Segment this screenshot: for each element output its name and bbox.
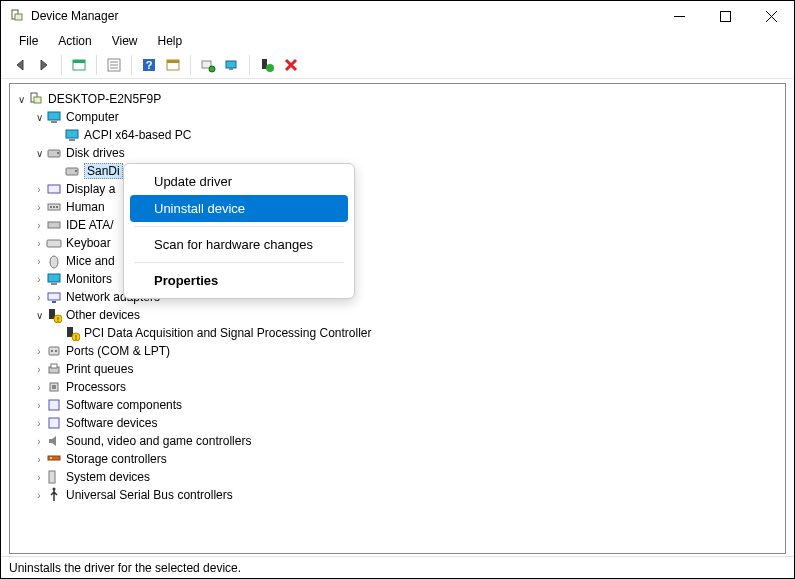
category-sound[interactable]: › Sound, video and game controllers (10, 432, 785, 450)
category-other-devices[interactable]: ∨ ! Other devices (10, 306, 785, 324)
category-print-queues[interactable]: › Print queues (10, 360, 785, 378)
status-bar: Uninstalls the driver for the selected d… (1, 556, 794, 578)
svg-rect-38 (56, 206, 58, 208)
category-label: Processors (66, 380, 126, 394)
toolbar-show-hidden-button[interactable] (68, 54, 90, 76)
category-label: Ports (COM & LPT) (66, 344, 170, 358)
toolbar-help-button[interactable]: ? (138, 54, 160, 76)
svg-rect-25 (34, 97, 41, 103)
close-button[interactable] (748, 1, 794, 31)
category-software-devices[interactable]: › Software devices (10, 414, 785, 432)
device-pci-controller[interactable]: ! PCI Data Acquisition and Signal Proces… (10, 324, 785, 342)
toolbar-update-button[interactable] (221, 54, 243, 76)
category-label: Storage controllers (66, 452, 167, 466)
expand-icon[interactable]: › (32, 472, 46, 483)
category-label: Other devices (66, 308, 140, 322)
category-storage[interactable]: › Storage controllers (10, 450, 785, 468)
svg-point-41 (50, 256, 58, 268)
collapse-icon[interactable]: ∨ (32, 112, 46, 123)
menu-uninstall-device[interactable]: Uninstall device (130, 195, 348, 222)
category-label: Universal Serial Bus controllers (66, 488, 233, 502)
svg-rect-60 (49, 418, 59, 428)
expand-icon[interactable]: › (32, 400, 46, 411)
warning-icon: ! (64, 325, 80, 341)
expand-icon[interactable]: › (32, 202, 46, 213)
monitor-icon (46, 109, 62, 125)
expand-icon[interactable]: › (32, 364, 46, 375)
category-ports[interactable]: › Ports (COM & LPT) (10, 342, 785, 360)
collapse-icon[interactable]: ∨ (32, 148, 46, 159)
expand-icon[interactable]: › (32, 292, 46, 303)
expand-icon[interactable]: › (32, 418, 46, 429)
svg-rect-63 (49, 471, 55, 483)
svg-rect-39 (48, 222, 60, 228)
svg-rect-27 (51, 121, 57, 123)
expand-icon[interactable]: › (32, 346, 46, 357)
computer-name-label: DESKTOP-E2N5F9P (48, 92, 161, 106)
collapse-icon[interactable]: ∨ (14, 94, 28, 105)
expand-icon[interactable]: › (32, 238, 46, 249)
category-label: Human (66, 200, 105, 214)
svg-rect-34 (48, 185, 60, 193)
svg-point-33 (75, 170, 77, 172)
menu-item-label: Uninstall device (154, 201, 245, 216)
menubar: File Action View Help (1, 31, 794, 51)
monitor-icon (46, 271, 62, 287)
category-label: Keyboar (66, 236, 111, 250)
device-tree[interactable]: ∨ DESKTOP-E2N5F9P ∨ Computer ACPI x64-ba… (9, 83, 786, 554)
category-disk-drives[interactable]: ∨ Disk drives (10, 144, 785, 162)
usb-icon (46, 487, 62, 503)
separator (61, 55, 62, 75)
forward-button[interactable] (33, 54, 55, 76)
toolbar-uninstall-button[interactable] (280, 54, 302, 76)
menu-properties[interactable]: Properties (130, 267, 348, 294)
maximize-button[interactable] (702, 1, 748, 31)
menu-action[interactable]: Action (50, 32, 99, 50)
back-button[interactable] (9, 54, 31, 76)
category-usb[interactable]: › Universal Serial Bus controllers (10, 486, 785, 504)
category-software-components[interactable]: › Software components (10, 396, 785, 414)
expand-icon[interactable]: › (32, 220, 46, 231)
svg-rect-58 (52, 385, 56, 389)
toolbar-enable-button[interactable] (256, 54, 278, 76)
category-system[interactable]: › System devices (10, 468, 785, 486)
menu-help[interactable]: Help (150, 32, 191, 50)
toolbar-scan-button[interactable] (197, 54, 219, 76)
category-label: Computer (66, 110, 119, 124)
toolbar-properties-button[interactable] (103, 54, 125, 76)
category-processors[interactable]: › Processors (10, 378, 785, 396)
svg-rect-18 (226, 61, 236, 68)
menu-scan-hardware[interactable]: Scan for hardware changes (130, 231, 348, 258)
minimize-button[interactable] (656, 1, 702, 31)
category-label: Monitors (66, 272, 112, 286)
expand-icon[interactable]: › (32, 184, 46, 195)
expand-icon[interactable]: › (32, 436, 46, 447)
toolbar-action-button[interactable] (162, 54, 184, 76)
svg-rect-3 (720, 11, 730, 21)
svg-rect-37 (53, 206, 55, 208)
expand-icon[interactable]: › (32, 274, 46, 285)
separator (134, 226, 344, 227)
svg-rect-26 (48, 112, 60, 120)
svg-point-21 (266, 64, 274, 72)
device-label: SanDi (84, 163, 123, 179)
app-icon (9, 8, 25, 24)
collapse-icon[interactable]: ∨ (32, 310, 46, 321)
expand-icon[interactable]: › (32, 454, 46, 465)
expand-icon[interactable]: › (32, 490, 46, 501)
separator (134, 262, 344, 263)
menu-view[interactable]: View (104, 32, 146, 50)
svg-rect-56 (51, 364, 57, 368)
category-label: Sound, video and game controllers (66, 434, 251, 448)
menu-file[interactable]: File (11, 32, 46, 50)
status-text: Uninstalls the driver for the selected d… (9, 561, 241, 575)
svg-rect-28 (66, 130, 78, 138)
menu-update-driver[interactable]: Update driver (130, 168, 348, 195)
device-acpi-pc[interactable]: ACPI x64-based PC (10, 126, 785, 144)
expand-icon[interactable]: › (32, 256, 46, 267)
category-label: Disk drives (66, 146, 125, 160)
category-computer[interactable]: ∨ Computer (10, 108, 785, 126)
tree-root[interactable]: ∨ DESKTOP-E2N5F9P (10, 90, 785, 108)
component-icon (46, 415, 62, 431)
expand-icon[interactable]: › (32, 382, 46, 393)
